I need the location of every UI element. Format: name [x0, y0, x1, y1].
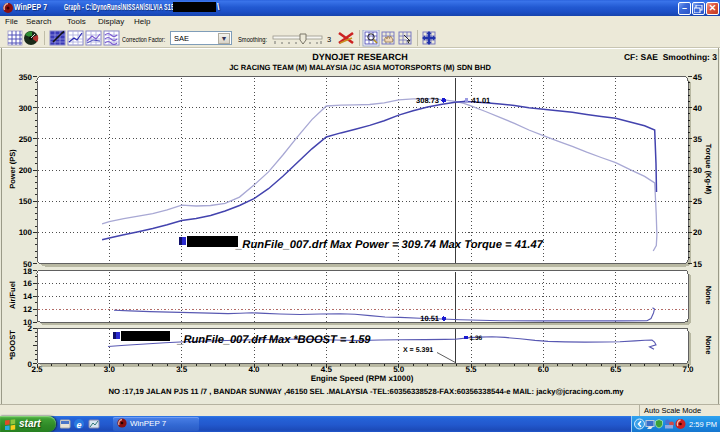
svg-text:3.5: 3.5 [176, 365, 188, 374]
svg-text:e: e [76, 420, 81, 430]
svg-text:4.0: 4.0 [248, 365, 260, 374]
svg-text:CF: SAE Smoothing: 3: CF: SAE Smoothing: 3 [624, 52, 717, 62]
svg-text:100: 100 [19, 228, 33, 237]
svg-text:*BOOST: *BOOST [8, 330, 17, 360]
svg-text:200: 200 [19, 166, 33, 175]
svg-text:6.0: 6.0 [538, 365, 550, 374]
svg-text:_RunFile_007.drf Max Power = 3: _RunFile_007.drf Max Power = 309.74 Max … [235, 239, 544, 251]
svg-text:NO :17,19 JALAN PJS 11 /7 , BA: NO :17,19 JALAN PJS 11 /7 , BANDAR SUNWA… [108, 387, 624, 396]
svg-text:10.51: 10.51 [420, 314, 439, 323]
svg-text:30: 30 [693, 166, 702, 175]
svg-text:40: 40 [693, 104, 702, 113]
svg-text:6.5: 6.5 [610, 365, 622, 374]
svg-text:18: 18 [23, 267, 32, 276]
svg-text:300: 300 [19, 104, 33, 113]
svg-text:14: 14 [23, 292, 32, 301]
svg-text:5.0: 5.0 [393, 365, 405, 374]
svg-text:Torque (Kg-M): Torque (Kg-M) [704, 144, 713, 195]
svg-text:DYNOJET RESEARCH: DYNOJET RESEARCH [312, 52, 408, 62]
svg-text:25: 25 [693, 197, 702, 206]
svg-text:_RunFile_007.drf Max *BOOST =: _RunFile_007.drf Max *BOOST = 1.59 [177, 334, 372, 346]
svg-text:2.5: 2.5 [31, 365, 43, 374]
svg-text:1.36: 1.36 [470, 335, 483, 342]
svg-text:7.0: 7.0 [682, 365, 694, 374]
svg-text:250: 250 [19, 135, 33, 144]
svg-text:None: None [704, 286, 713, 305]
svg-text:4.5: 4.5 [321, 365, 333, 374]
svg-text:45: 45 [693, 73, 702, 82]
svg-text:15: 15 [693, 260, 702, 269]
svg-text:2: 2 [28, 324, 33, 333]
svg-text:350: 350 [19, 73, 33, 82]
svg-text:3.0: 3.0 [104, 365, 116, 374]
svg-text:5.5: 5.5 [465, 365, 477, 374]
svg-text:None: None [704, 336, 713, 355]
svg-text:12: 12 [23, 305, 32, 314]
svg-text:16: 16 [23, 279, 32, 288]
svg-text:X = 5.391: X = 5.391 [403, 347, 433, 354]
svg-text:41.01: 41.01 [472, 96, 491, 105]
svg-text:JC RACING TEAM (M) MALAYSIA /J: JC RACING TEAM (M) MALAYSIA /JC ASIA MOT… [229, 63, 491, 72]
svg-text:35: 35 [693, 135, 702, 144]
svg-text:Engine Speed (RPM x1000): Engine Speed (RPM x1000) [311, 374, 414, 383]
svg-text:20: 20 [693, 228, 702, 237]
svg-text:308.73: 308.73 [416, 96, 439, 105]
svg-text:Air/Fuel: Air/Fuel [8, 281, 17, 309]
svg-text:Power (PS): Power (PS) [8, 149, 17, 189]
svg-text:150: 150 [19, 197, 33, 206]
